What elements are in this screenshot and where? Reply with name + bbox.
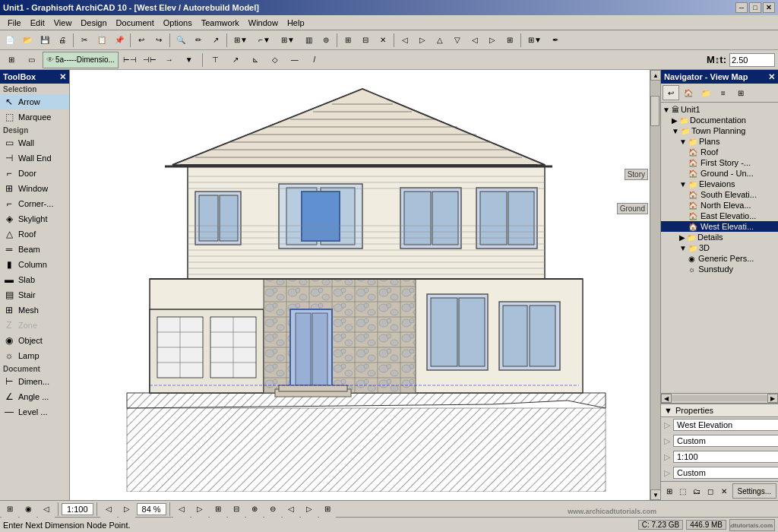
menu-file[interactable]: File bbox=[3, 17, 26, 29]
toolbar-nav6[interactable]: ▷ bbox=[484, 32, 501, 49]
toolbar-nav3[interactable]: △ bbox=[432, 32, 448, 49]
toolbar-dim3[interactable]: → bbox=[161, 52, 178, 68]
tree-item-west[interactable]: 🏠 West Elevati... bbox=[661, 221, 778, 232]
toolbar-dim1[interactable]: ⊢⊣ bbox=[122, 52, 138, 68]
toolbar-nav5[interactable]: ◁ bbox=[466, 32, 483, 49]
menu-teamwork[interactable]: Teamwork bbox=[197, 17, 244, 29]
menu-document[interactable]: Document bbox=[112, 17, 159, 29]
nav-list-btn[interactable]: ≡ bbox=[715, 85, 732, 100]
toolbar-misc[interactable]: ⊟ bbox=[357, 32, 374, 49]
toolbar-grid[interactable]: ⊞▼ bbox=[277, 32, 299, 49]
menu-help[interactable]: Help bbox=[283, 17, 309, 29]
toolbar-dim6[interactable]: ↗ bbox=[227, 52, 244, 68]
toolbar-dim2[interactable]: ⊣⊢ bbox=[141, 52, 158, 68]
nav-back-btn[interactable]: ↩ bbox=[663, 85, 679, 100]
tool-angle[interactable]: ∠ Angle ... bbox=[0, 389, 69, 404]
prop-custom2-input[interactable] bbox=[673, 467, 778, 479]
tool-mesh[interactable]: ⊞ Mesh bbox=[0, 302, 69, 318]
toolbar-redo[interactable]: ↪ bbox=[150, 32, 167, 49]
tree-item-3d[interactable]: ▼ 📁 3D bbox=[661, 242, 778, 253]
measure-input[interactable] bbox=[729, 53, 775, 67]
zoom-out-btn[interactable]: ◁ bbox=[100, 501, 117, 518]
nav-left-btn[interactable]: ◁ bbox=[173, 501, 190, 518]
toolbar-ortho[interactable]: ⌐▼ bbox=[253, 32, 276, 49]
bottom-btn1[interactable]: ⊞ bbox=[2, 501, 18, 518]
minimize-button[interactable]: ─ bbox=[735, 2, 748, 13]
toolbar-del[interactable]: ✕ bbox=[375, 32, 391, 49]
nav-scroll-left[interactable]: ◀ bbox=[661, 394, 672, 403]
toolbox-close[interactable]: ✕ bbox=[59, 72, 66, 82]
toolbar-arrow[interactable]: ↗ bbox=[207, 32, 224, 49]
nav-folder-btn[interactable]: 📁 bbox=[697, 85, 714, 100]
toolbar-nav2[interactable]: ▷ bbox=[414, 32, 431, 49]
menu-view[interactable]: View bbox=[49, 17, 77, 29]
toolbar-open[interactable]: 📂 bbox=[19, 32, 36, 49]
tool-roof[interactable]: △ Roof bbox=[0, 226, 69, 242]
zoom-in-btn[interactable]: ▷ bbox=[119, 501, 135, 518]
toolbar-dim5[interactable]: ⊤ bbox=[207, 52, 224, 68]
tool-lamp[interactable]: ☼ Lamp bbox=[0, 348, 69, 363]
tree-item-north[interactable]: 🏠 North Eleva... bbox=[661, 200, 778, 211]
scroll-track[interactable] bbox=[650, 81, 660, 489]
nav-bottom-btn4[interactable]: ◻ bbox=[704, 483, 716, 499]
tree-item-south[interactable]: 🏠 South Elevati... bbox=[661, 189, 778, 200]
tree-item-ground[interactable]: 🏠 Ground - Un... bbox=[661, 168, 778, 179]
tree-item-unit1[interactable]: ▼ 🏛 Unit1 bbox=[661, 104, 778, 115]
nav-bottom-btn5[interactable]: ✕ bbox=[717, 483, 730, 499]
nav-scrollbar[interactable]: ◀ ▶ bbox=[661, 393, 778, 404]
menu-edit[interactable]: Edit bbox=[26, 17, 49, 29]
tree-item-townplanning[interactable]: ▼ 📁 Town Planning bbox=[661, 125, 778, 136]
tool-door[interactable]: ⌐ Door bbox=[0, 166, 69, 181]
prop-name-input[interactable] bbox=[673, 419, 778, 431]
toolbar-print[interactable]: 🖨 bbox=[54, 32, 71, 49]
toolbar-dim4[interactable]: ▼ bbox=[181, 52, 198, 68]
tool-dimension[interactable]: ⊢ Dimen... bbox=[0, 374, 69, 389]
toolbar-save[interactable]: 💾 bbox=[36, 32, 53, 49]
scale-selector[interactable]: 1:100 bbox=[62, 503, 93, 515]
toolbar-pencil[interactable]: ✏ bbox=[190, 32, 207, 49]
menu-options[interactable]: Options bbox=[159, 17, 197, 29]
menu-design[interactable]: Design bbox=[76, 17, 111, 29]
toolbar-dim8[interactable]: ◇ bbox=[267, 52, 283, 68]
toolbar-nav1[interactable]: ◁ bbox=[397, 32, 413, 49]
toolbar-paste[interactable]: 📌 bbox=[111, 32, 128, 49]
zoom-fit-btn[interactable]: ⊞ bbox=[210, 501, 226, 518]
zoom-prev-btn[interactable]: ◁ bbox=[283, 501, 299, 518]
toolbar-ref[interactable]: ▥ bbox=[300, 32, 317, 49]
toolbar-dim10[interactable]: / bbox=[306, 52, 323, 68]
tree-item-roof[interactable]: 🏠 Roof bbox=[661, 147, 778, 157]
nav-grid-btn[interactable]: ⊞ bbox=[732, 85, 749, 100]
tool-level[interactable]: — Level ... bbox=[0, 404, 69, 420]
tool-marquee[interactable]: ⬚ Marquee bbox=[0, 109, 69, 125]
toolbar-nav4[interactable]: ▽ bbox=[449, 32, 466, 49]
bottom-btn3[interactable]: ◁ bbox=[38, 501, 55, 518]
toolbar-cut[interactable]: ✂ bbox=[76, 32, 93, 49]
tree-item-elevations[interactable]: ▼ 📁 Elevaions bbox=[661, 179, 778, 189]
tree-item-first-story[interactable]: 🏠 First Story -... bbox=[661, 157, 778, 168]
tool-arrow[interactable]: ↖ Arrow bbox=[0, 94, 69, 109]
toolbar-snap[interactable]: ⊞▼ bbox=[229, 32, 252, 49]
nav-scroll-right[interactable]: ▶ bbox=[767, 394, 778, 403]
tree-item-east[interactable]: 🏠 East Elevatio... bbox=[661, 211, 778, 221]
tree-item-generic[interactable]: ◉ Generic Pers... bbox=[661, 253, 778, 264]
canvas-area[interactable]: Story Ground ▲ ▼ bbox=[70, 70, 660, 500]
nav-bottom-btn2[interactable]: ⬚ bbox=[676, 483, 689, 499]
tool-beam[interactable]: ═ Beam bbox=[0, 242, 69, 257]
tool-wall[interactable]: ▭ Wall bbox=[0, 135, 69, 150]
scroll-up-btn[interactable]: ▲ bbox=[650, 70, 660, 81]
scroll-down-btn[interactable]: ▼ bbox=[650, 489, 660, 500]
eye-icon[interactable]: 👁 5a-----Dimensio... bbox=[43, 52, 119, 68]
toolbar-pen[interactable]: ✒ bbox=[547, 32, 564, 49]
toolbar-find[interactable]: 🔍 bbox=[172, 32, 189, 49]
pan-btn[interactable]: ⊞ bbox=[319, 501, 336, 518]
toolbar-settings[interactable]: ⊞▼ bbox=[523, 32, 546, 49]
menu-window[interactable]: Window bbox=[244, 17, 283, 29]
nav-right-btn[interactable]: ▷ bbox=[191, 501, 208, 518]
tree-item-details[interactable]: ▶ 📁 Details bbox=[661, 232, 778, 242]
tool-window[interactable]: ⊞ Window bbox=[0, 181, 69, 196]
toolbar-dim9[interactable]: — bbox=[286, 52, 303, 68]
scroll-thumb[interactable] bbox=[650, 96, 659, 126]
navigator-tree[interactable]: ▼ 🏛 Unit1 ▶ 📁 Documentation ▼ 📁 Town Pla… bbox=[661, 103, 778, 393]
tool-slab[interactable]: ▬ Slab bbox=[0, 272, 69, 287]
tool-object[interactable]: ◉ Object bbox=[0, 333, 69, 348]
